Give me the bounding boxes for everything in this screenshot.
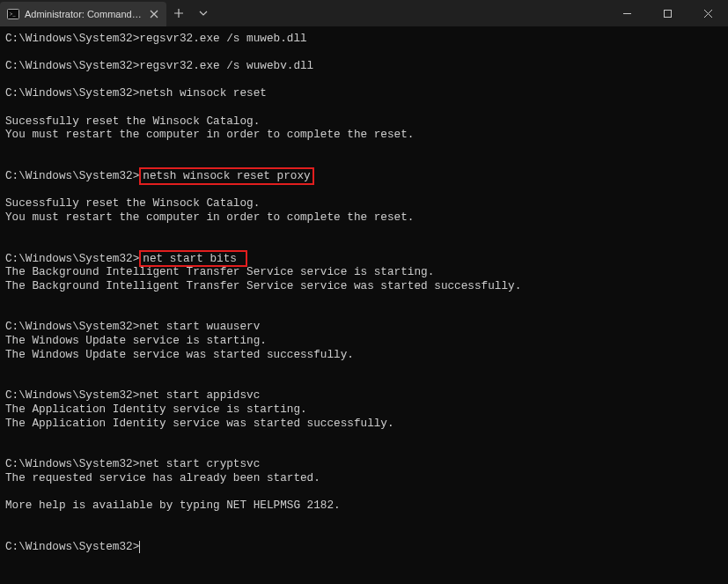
svg-text:>_: >_ <box>10 11 16 17</box>
tab-dropdown-button[interactable] <box>191 0 216 26</box>
output-line: Sucessfully reset the Winsock Catalog. <box>5 196 723 211</box>
command-line: C:\Windows\System32>netsh winsock reset <box>5 86 723 100</box>
output-line: You must restart the computer in order t… <box>5 128 723 142</box>
command-text: regsvr32.exe /s wuwebv.dll <box>139 59 313 72</box>
command-line: C:\Windows\System32>net start appidsvc <box>5 388 723 403</box>
titlebar-drag-region[interactable] <box>216 0 607 26</box>
output-line: You must restart the computer in order t… <box>5 211 723 225</box>
command-text: net start appidsvc <box>139 388 260 402</box>
blank-line <box>5 375 723 389</box>
prompt-text: C:\Windows\System32> <box>5 252 139 265</box>
output-line: Sucessfully reset the Winsock Catalog. <box>5 115 723 129</box>
blank-line <box>5 485 723 499</box>
tab-title: Administrator: Command Promp <box>25 9 142 19</box>
svg-rect-2 <box>664 10 671 17</box>
minimize-button[interactable] <box>607 0 647 26</box>
text-cursor <box>139 541 140 553</box>
new-tab-button[interactable] <box>166 0 191 26</box>
blank-line <box>5 513 723 527</box>
prompt-text: C:\Windows\System32> <box>5 457 139 470</box>
command-line: C:\Windows\System32>regsvr32.exe /s muwe… <box>5 32 723 46</box>
blank-line <box>5 142 723 156</box>
blank-line <box>5 307 723 321</box>
output-line: The Windows Update service is starting. <box>5 334 723 348</box>
tab-close-button[interactable] <box>147 7 161 21</box>
prompt-text: C:\Windows\System32> <box>5 169 139 182</box>
command-text: net start wuauserv <box>139 320 260 333</box>
output-line: More help is available by typing NET HEL… <box>5 499 723 513</box>
blank-line <box>5 292 723 307</box>
titlebar: >_ Administrator: Command Promp <box>0 0 728 26</box>
command-line: C:\Windows\System32>net start cryptsvc <box>5 457 723 471</box>
blank-line <box>5 224 723 238</box>
blank-line <box>5 46 723 60</box>
blank-line <box>5 430 723 444</box>
command-line-highlighted: C:\Windows\System32>net start bits <box>5 252 723 266</box>
output-line: The requested service has already been s… <box>5 471 723 485</box>
prompt-text: C:\Windows\System32> <box>5 320 139 333</box>
prompt-text: C:\Windows\System32> <box>5 540 139 553</box>
blank-line <box>5 155 723 169</box>
output-line: The Application Identity service was sta… <box>5 417 723 431</box>
output-line: The Background Intelligent Transfer Serv… <box>5 265 723 279</box>
blank-line <box>5 526 723 540</box>
command-text: net start cryptsvc <box>139 457 260 470</box>
command-text-highlighted: netsh winsock reset proxy <box>139 167 313 185</box>
maximize-button[interactable] <box>647 0 688 26</box>
terminal-output[interactable]: C:\Windows\System32>regsvr32.exe /s muwe… <box>0 26 728 584</box>
output-line: The Background Intelligent Transfer Serv… <box>5 279 723 293</box>
close-button[interactable] <box>688 0 728 26</box>
command-text: regsvr32.exe /s muweb.dll <box>139 32 306 45</box>
command-line: C:\Windows\System32>net start wuauserv <box>5 320 723 334</box>
command-text: netsh winsock reset <box>139 86 267 100</box>
blank-line <box>5 444 723 458</box>
command-line: C:\Windows\System32>regsvr32.exe /s wuwe… <box>5 59 723 73</box>
blank-line <box>5 73 723 87</box>
prompt-text: C:\Windows\System32> <box>5 32 139 45</box>
current-prompt: C:\Windows\System32> <box>5 540 723 554</box>
tab-active[interactable]: >_ Administrator: Command Promp <box>0 2 166 26</box>
command-line-highlighted: C:\Windows\System32>netsh winsock reset … <box>5 169 723 183</box>
app-window: >_ Administrator: Command Promp C:\Windo… <box>0 0 728 584</box>
cmd-icon: >_ <box>7 8 19 20</box>
output-line: The Windows Update service was started s… <box>5 348 723 362</box>
prompt-text: C:\Windows\System32> <box>5 86 139 100</box>
output-line: The Application Identity service is star… <box>5 403 723 417</box>
prompt-text: C:\Windows\System32> <box>5 388 139 402</box>
blank-line <box>5 100 723 115</box>
blank-line <box>5 361 723 375</box>
blank-line <box>5 238 723 252</box>
blank-line <box>5 183 723 197</box>
prompt-text: C:\Windows\System32> <box>5 59 139 72</box>
